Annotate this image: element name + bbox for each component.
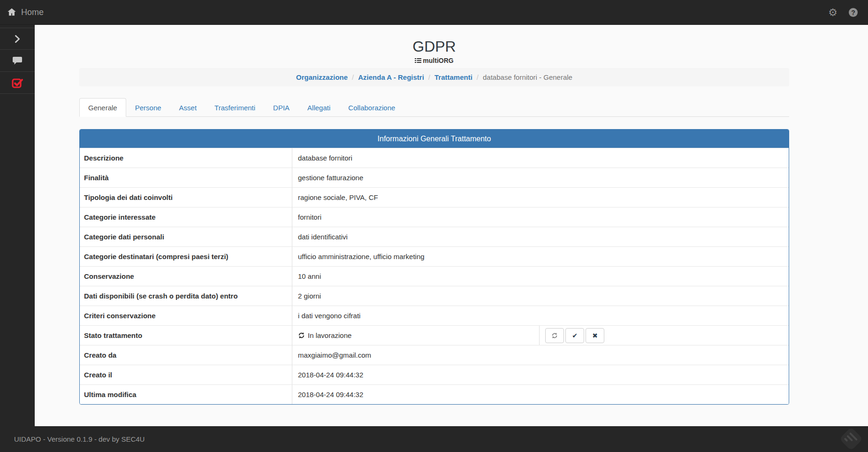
home-link[interactable]: Home — [0, 7, 44, 17]
chevron-right-icon — [12, 34, 23, 44]
row-value: fornitori — [292, 207, 789, 227]
stato-value: In lavorazione — [308, 331, 351, 339]
table-row: Conservazione10 anni — [80, 266, 789, 286]
tab-asset[interactable]: Asset — [170, 98, 206, 117]
row-label: Stato trattamento — [80, 326, 292, 345]
main-content: GDPR multiORG Organizzazione / Azienda A… — [35, 25, 868, 426]
row-label: Criteri conservazione — [80, 306, 292, 325]
row-label: Categorie dati personali — [80, 227, 292, 246]
row-label: Descrizione — [80, 148, 292, 168]
row-label: Dati disponibili (se crash o perdita dat… — [80, 286, 292, 306]
table-row: Creato damaxgiaimo@gmail.com — [80, 345, 789, 365]
stato-actions: ✔ ✖ — [540, 326, 789, 345]
table-row: Creato il2018-04-24 09:44:32 — [80, 365, 789, 384]
org-badge-label: multiORG — [423, 57, 453, 64]
breadcrumb-separator: / — [477, 73, 479, 81]
info-panel: Informazioni Generali Trattamento Descri… — [79, 129, 789, 405]
version-text: UIDAPO - Versione 0.1.9 - dev by SEC4U — [0, 426, 868, 452]
icon-sidebar — [0, 25, 35, 426]
sidebar-item-tasks[interactable] — [0, 72, 35, 94]
settings-gear-icon[interactable]: ⚙ — [828, 8, 838, 18]
table-row: Ultima modifica2018-04-24 09:44:32 — [80, 384, 789, 404]
table-row: Finalitàgestione fatturazione — [80, 168, 789, 187]
breadcrumb-trattamenti[interactable]: Trattamenti — [434, 73, 472, 81]
table-row-stato: Stato trattamento In lavorazione — [80, 325, 789, 345]
table-row: Descrizionedatabase fornitori — [80, 148, 789, 168]
top-navbar: Home ⚙ ? — [0, 0, 868, 25]
page-title: GDPR — [79, 37, 789, 56]
table-row: Dati disponibili (se crash o perdita dat… — [80, 286, 789, 306]
table-row: Tipologia dei dati coinvoltiragione soci… — [80, 187, 789, 207]
list-icon — [415, 58, 421, 63]
row-value: ufficio amministrazione, ufficio marketi… — [292, 247, 789, 266]
row-value: dati identificativi — [292, 227, 789, 246]
row-value: 10 anni — [292, 267, 789, 286]
row-label: Creato da — [80, 345, 292, 365]
breadcrumb-registri[interactable]: Azienda A - Registri — [358, 73, 424, 81]
tab-generale[interactable]: Generale — [79, 98, 126, 117]
table-row: Categorie dati personalidati identificat… — [80, 227, 789, 246]
refresh-icon — [551, 332, 558, 339]
footer: UIDAPO - Versione 0.1.9 - dev by SEC4U — [0, 426, 868, 452]
row-value: ragione sociale, PIVA, CF — [292, 188, 789, 207]
sidebar-item-messages[interactable] — [0, 50, 35, 72]
approve-status-button[interactable]: ✔ — [565, 328, 584, 343]
row-value: gestione fatturazione — [292, 168, 789, 187]
row-value: In lavorazione — [292, 326, 540, 345]
reject-status-button[interactable]: ✖ — [586, 328, 604, 343]
tab-allegati[interactable]: Allegati — [298, 98, 339, 117]
row-value: i dati vengono cifrati — [292, 306, 789, 325]
home-icon — [7, 7, 17, 17]
breadcrumb: Organizzazione / Azienda A - Registri / … — [79, 68, 789, 86]
table-row: Criteri conservazionei dati vengono cifr… — [80, 306, 789, 325]
row-label: Categorie interessate — [80, 207, 292, 227]
sidebar-expand-button[interactable] — [0, 28, 35, 50]
tab-dpia[interactable]: DPIA — [264, 98, 298, 117]
row-value: 2018-04-24 09:44:32 — [292, 365, 789, 384]
breadcrumb-organizzazione[interactable]: Organizzazione — [296, 73, 348, 81]
tab-trasferimenti[interactable]: Trasferimenti — [206, 98, 264, 117]
refresh-status-icon — [298, 332, 305, 339]
table-row: Categorie interessatefornitori — [80, 207, 789, 227]
home-label: Home — [21, 8, 44, 17]
row-label: Categorie destinatari (compresi paesi te… — [80, 247, 292, 266]
close-icon: ✖ — [592, 332, 598, 339]
row-value: 2 giorni — [292, 286, 789, 306]
row-label: Ultima modifica — [80, 385, 292, 404]
breadcrumb-separator: / — [428, 73, 430, 81]
refresh-status-button[interactable] — [545, 328, 564, 343]
tab-collaborazione[interactable]: Collaborazione — [339, 98, 404, 117]
help-icon[interactable]: ? — [849, 8, 858, 17]
panel-title: Informazioni Generali Trattamento — [80, 130, 789, 148]
breadcrumb-current: database fornitori - Generale — [483, 73, 572, 81]
row-label: Conservazione — [80, 267, 292, 286]
row-label: Tipologia dei dati coinvolti — [80, 188, 292, 207]
row-label: Finalità — [80, 168, 292, 187]
row-label: Creato il — [80, 365, 292, 384]
row-value: 2018-04-24 09:44:32 — [292, 385, 789, 404]
row-value: database fornitori — [292, 148, 789, 168]
check-square-icon — [11, 77, 23, 89]
check-icon: ✔ — [572, 332, 578, 339]
chat-bubble-icon — [12, 55, 23, 66]
breadcrumb-separator: / — [352, 73, 354, 81]
row-value: maxgiaimo@gmail.com — [292, 345, 789, 365]
tab-persone[interactable]: Persone — [126, 98, 170, 117]
table-row: Categorie destinatari (compresi paesi te… — [80, 246, 789, 266]
tab-bar: Generale Persone Asset Trasferimenti DPI… — [79, 98, 789, 117]
org-badge: multiORG — [415, 57, 453, 64]
